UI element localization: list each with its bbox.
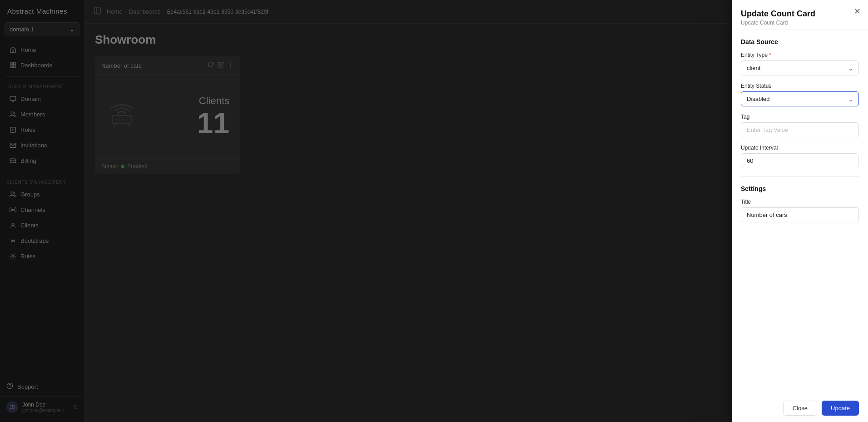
tag-input[interactable]	[741, 122, 859, 137]
tag-group: Tag	[741, 114, 859, 137]
required-indicator: *	[769, 52, 771, 58]
update-interval-input[interactable]	[741, 153, 859, 168]
entity-type-select[interactable]: client device user	[741, 60, 859, 75]
entity-type-group: Entity Type * client device user	[741, 52, 859, 75]
title-input[interactable]	[741, 207, 859, 222]
update-interval-group: Update Interval	[741, 145, 859, 168]
drawer-subtitle: Update Count Card	[741, 20, 859, 26]
entity-status-label: Entity Status	[741, 83, 859, 89]
close-button[interactable]: Close	[783, 401, 817, 416]
data-source-section-title: Data Source	[741, 38, 859, 45]
drawer-footer: Close Update	[732, 394, 868, 422]
entity-status-select-wrapper: Enabled Disabled All	[741, 91, 859, 106]
entity-type-select-wrapper: client device user	[741, 60, 859, 75]
entity-type-label: Entity Type *	[741, 52, 859, 58]
update-interval-label: Update Interval	[741, 145, 859, 151]
drawer: Update Count Card Update Count Card ✕ Da…	[732, 0, 868, 422]
settings-section-title: Settings	[741, 185, 859, 192]
title-label: Title	[741, 199, 859, 205]
drawer-body: Data Source Entity Type * client device …	[732, 30, 868, 394]
update-button[interactable]: Update	[822, 401, 859, 416]
drawer-header: Update Count Card Update Count Card ✕	[732, 0, 868, 30]
title-group: Title	[741, 199, 859, 222]
entity-status-select[interactable]: Enabled Disabled All	[741, 91, 859, 106]
tag-label: Tag	[741, 114, 859, 120]
drawer-close-button[interactable]: ✕	[854, 7, 861, 15]
drawer-title: Update Count Card	[741, 9, 859, 19]
entity-status-group: Entity Status Enabled Disabled All	[741, 83, 859, 106]
section-divider	[741, 176, 859, 177]
